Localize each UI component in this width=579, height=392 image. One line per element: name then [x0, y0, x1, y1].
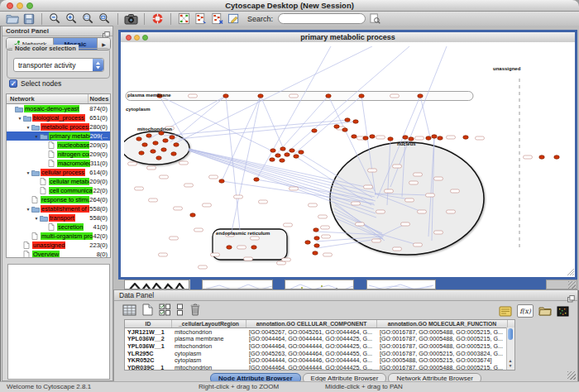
graph-node[interactable] [314, 237, 319, 240]
graph-node[interactable] [280, 147, 285, 151]
graph-node[interactable] [299, 151, 304, 154]
tree-row[interactable]: Overview8(0) [7, 250, 110, 258]
graph-node[interactable] [170, 136, 175, 139]
advanced-search-icon[interactable] [368, 12, 382, 26]
graph-node[interactable] [159, 131, 164, 135]
tree-header[interactable]: Network Nodes [7, 94, 110, 104]
graph-node[interactable] [438, 136, 443, 140]
graph-node[interactable] [146, 134, 151, 137]
graph-node[interactable] [554, 155, 559, 159]
expand-triangle-icon[interactable]: ▼ [17, 116, 23, 121]
graph-node[interactable] [156, 156, 161, 160]
save-session-icon[interactable] [22, 12, 36, 26]
table-scrollbar[interactable]: ▲▼ [506, 327, 514, 370]
search-input[interactable] [278, 13, 366, 24]
graph-node[interactable] [334, 125, 339, 128]
graph-node[interactable] [157, 94, 162, 98]
attribute-table[interactable]: ID_cellularLayoutRegionannotation.GO CEL… [124, 319, 515, 370]
table-column-header[interactable]: _cellularLayoutRegion [172, 320, 246, 327]
scrollbar-thumb[interactable] [508, 328, 513, 340]
graph-node[interactable] [426, 136, 431, 140]
close-button[interactable] [126, 35, 132, 41]
tree-row[interactable]: multi-organism pro42(0) [7, 232, 110, 241]
select-attributes-icon[interactable] [159, 304, 170, 316]
graph-node[interactable] [294, 155, 299, 158]
expand-triangle-icon[interactable]: ▼ [33, 134, 40, 139]
graph-node[interactable] [227, 246, 232, 249]
graph-node[interactable] [163, 139, 168, 142]
table-column-header[interactable]: ID [125, 320, 172, 327]
graph-node[interactable] [353, 120, 358, 123]
graph-node[interactable] [142, 143, 147, 146]
attribute-table-icon[interactable] [122, 304, 136, 316]
birdseye-view[interactable] [7, 264, 110, 380]
graph-node[interactable] [314, 244, 319, 247]
zoom-selected-region-icon[interactable] [81, 12, 95, 26]
edit-preferences-icon[interactable] [227, 12, 241, 26]
graph-node[interactable] [290, 149, 294, 152]
table-column-header[interactable]: annotation.GO CELLULAR_COMPONENT [246, 320, 377, 327]
graph-node[interactable] [139, 151, 144, 155]
table-row[interactable]: YDR039C__1mitochondrion[GO:0044464, GO:0… [125, 364, 514, 370]
delete-attribute-icon[interactable] [189, 303, 201, 316]
graph-node[interactable] [270, 158, 275, 161]
function-builder-icon[interactable]: f(x) [517, 304, 534, 318]
apply-layout-icon[interactable] [177, 12, 191, 26]
tree-row[interactable]: mosaic-demo-yeast874(0) [7, 104, 110, 113]
table-row[interactable]: YLR295Ccytoplasm[GO:0045263, GO:0044464,… [125, 350, 514, 357]
tree-row[interactable]: ▼metabolic process280(0) [7, 122, 110, 131]
graph-node[interactable] [280, 159, 285, 162]
graph-node[interactable] [151, 150, 156, 153]
graph-node[interactable] [432, 135, 437, 138]
tree-row[interactable]: cellular metabo209(0) [7, 177, 110, 186]
graph-node[interactable] [190, 213, 195, 217]
table-row[interactable]: YPL036W__1mitochondrion[GO:0044464, GO:0… [125, 342, 514, 350]
tree-row[interactable]: ▼biological_process651(0) [7, 113, 110, 122]
tree-row[interactable]: secretion41(0) [7, 222, 110, 232]
expand-triangle-icon[interactable]: ▼ [25, 125, 31, 130]
table-row[interactable]: YPL036W__2plasma membrane[GO:0044464, GO… [125, 336, 514, 343]
destroy-network-view-icon[interactable] [210, 12, 224, 26]
tree-row[interactable]: nucleobase-209(0) [7, 141, 110, 150]
graph-node[interactable] [313, 228, 318, 232]
zoom-button[interactable] [142, 35, 148, 41]
graph-node[interactable] [370, 135, 375, 138]
graph-node[interactable] [275, 154, 280, 157]
graph-node[interactable] [223, 94, 228, 98]
table-column-header[interactable]: annotation.GO MOLECULAR_FUNCTION [377, 320, 508, 327]
graph-node[interactable] [161, 148, 166, 151]
graph-node[interactable] [305, 241, 310, 244]
graph-node[interactable] [171, 152, 176, 155]
close-button[interactable] [7, 2, 13, 9]
matrix-icon[interactable] [557, 306, 569, 317]
scrollbar-arrows-icon[interactable]: ▲▼ [507, 358, 514, 370]
import-attributes-folder-icon[interactable] [538, 306, 552, 316]
tree-row[interactable]: unassigned223(0) [7, 241, 110, 250]
graph-node[interactable] [409, 137, 414, 141]
attribute-table-header[interactable]: ID_cellularLayoutRegionannotation.GO CEL… [125, 320, 514, 328]
help-icon[interactable] [151, 12, 165, 26]
graph-node[interactable] [270, 149, 275, 152]
graph-node[interactable] [359, 94, 364, 98]
graph-node[interactable] [313, 251, 318, 255]
minimize-button[interactable] [134, 35, 140, 41]
resize-grip-icon[interactable] [568, 281, 576, 289]
graph-node[interactable] [326, 94, 331, 98]
graph-node[interactable] [388, 137, 393, 141]
minimize-button[interactable] [17, 2, 23, 9]
network-canvas[interactable] [121, 42, 575, 277]
graph-node[interactable] [219, 179, 224, 183]
graph-node[interactable] [136, 137, 141, 141]
new-attribute-icon[interactable] [142, 304, 153, 316]
zoom-button[interactable] [26, 2, 33, 9]
graph-node[interactable] [345, 118, 350, 122]
export-snapshot-icon[interactable] [124, 12, 138, 26]
expand-triangle-icon[interactable]: ▼ [25, 207, 31, 212]
zoom-in-icon[interactable] [65, 12, 79, 26]
graph-node[interactable] [251, 246, 256, 249]
graph-node[interactable] [174, 143, 179, 146]
unselect-attributes-icon[interactable] [176, 304, 184, 316]
create-network-view-icon[interactable] [194, 12, 208, 26]
zoom-fit-content-icon[interactable] [98, 12, 112, 26]
graph-node[interactable] [312, 129, 317, 132]
